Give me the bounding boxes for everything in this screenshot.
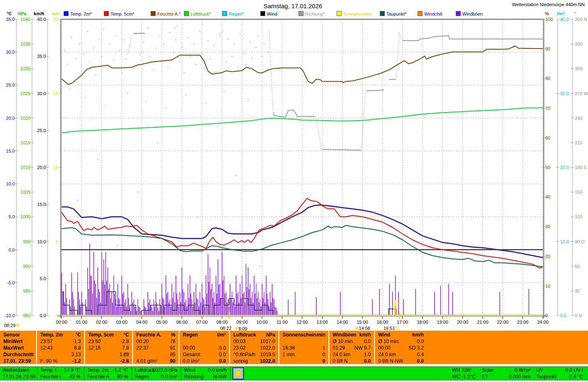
wind-direction-dot [69, 89, 70, 89]
wind-direction-dot [119, 50, 120, 51]
stats-row: 0 [279, 358, 328, 364]
wind-direction-dot [71, 37, 72, 38]
wind-direction-dot [123, 39, 124, 40]
stats-cell-label: 22:37 [136, 345, 149, 351]
axis-tick-label-lm2: 40.0 [560, 17, 569, 22]
axis-tick-label-hpa: 1030 [21, 66, 30, 71]
stats-cell-label: Luftdruck [233, 332, 256, 338]
wind-direction-dot [184, 72, 184, 73]
wind-direction-dot [264, 43, 264, 44]
sun-down-arrow-icon: ▼ [355, 326, 359, 331]
axis-tick-label-hpa: 1035 [21, 41, 30, 46]
live-row: Taupunkt-2.6 °C [534, 373, 586, 380]
axis-tick-label-lm2: 20.0 [560, 165, 569, 170]
axis-tick-label-hpa: 1040 [21, 17, 30, 22]
stats-row: Regenl/m² [179, 332, 229, 338]
stats-cell-value: 7.8 [122, 345, 129, 351]
stats-row: Feuchte A.% [133, 332, 179, 338]
live-row: 17.01.26 23:59 [0, 373, 37, 380]
axis-tick-label-pct: 90 [545, 46, 550, 51]
axis-tick-label-min: 10 [53, 165, 58, 170]
stats-row: ^0.6hPa/h1019.5 [230, 351, 278, 358]
live-row: Wetterdaten [0, 367, 37, 373]
live-value: N-NW [213, 373, 227, 380]
stats-row: Windkm/h [375, 332, 427, 338]
axis-tick-label-pct: 10 [545, 284, 550, 288]
stats-row: sonnig1022.0 [230, 358, 278, 364]
stats-row: Sensor [0, 332, 36, 338]
live-value: -1.2 °C [113, 367, 128, 373]
wind-direction-dot [243, 53, 244, 54]
stats-cell-value: -2.8 [120, 358, 129, 364]
stats-cell-value: hPa [266, 332, 275, 338]
stats-cell-label: 23:57 [40, 338, 53, 345]
wind-direction-dot [214, 45, 214, 46]
annotation-time-text: 16:51 [384, 326, 395, 331]
wind-direction-dot [139, 53, 140, 54]
stats-row: MaxWert [0, 345, 36, 351]
live-label: 17.01.26 23:59 [2, 373, 35, 380]
wind-direction-dotted-trail [269, 32, 273, 112]
live-cell-temp-2m: Temp. 2m-1.2 °CFeuchte A.90 % [85, 367, 132, 380]
live-cell-luftdruck: Luftdruck1022.0 hPaRegen0.0 l/m² [132, 367, 181, 380]
wind-direction-dot [168, 66, 168, 67]
wind-direction-dot [222, 52, 223, 53]
stats-cell-value: 1019.5 [260, 351, 275, 358]
stats-cell-value: 91 [170, 345, 175, 351]
stats-cell-label: 16:38 [283, 345, 295, 351]
sun-time-annotation: 08:29☀ [4, 323, 20, 328]
wind-direction-dot [234, 43, 234, 44]
stats-cell-label: Sensor [3, 332, 20, 338]
live-row: Feuchte A.90 % [85, 373, 131, 380]
live-cell-temp-i-: Temp. I.17.9 °CFeuchte I.43 % [38, 367, 85, 380]
x-axis-label: 16:00 [377, 320, 388, 325]
stats-row: 12:157.8 [85, 345, 132, 351]
live-data-bar: Wetterdaten17.01.26 23:59Temp. I.17.9 °C… [0, 366, 588, 380]
stats-cell-label: Wind [378, 332, 390, 338]
axis-tick-label-kmh: 5.0 [40, 276, 46, 281]
axis-tick-label-lm2: 0.0 [560, 313, 566, 318]
stats-cell-value: 90 [170, 358, 175, 364]
wind-direction-dot [67, 64, 68, 65]
wind-direction-dotted-trail [128, 35, 132, 54]
stats-cell-value: 1 [322, 345, 325, 351]
wind-direction-dot [75, 58, 76, 59]
stats-cell-value: 1.0 [364, 351, 371, 358]
stats-group-windb-en: Windböenkm/hØ 10 min.0.001:29NW 9.724.0 … [328, 331, 374, 364]
wind-direction-dot [179, 62, 180, 62]
stats-cell-label: F: 90 % [40, 358, 57, 364]
axis-tick-label-pct: 20 [545, 254, 550, 259]
wind-direction-dot [87, 31, 88, 32]
live-row: UV0.0 UV-I [534, 367, 586, 373]
x-axis-label: 10:00 [257, 320, 268, 325]
wind-direction-dot [145, 101, 146, 102]
wind-direction-dot [89, 62, 90, 62]
wind-direction-dot [99, 39, 100, 40]
stats-row: 0 Bft N-NW0.0 [375, 358, 427, 364]
sun-below-horizon-icon [395, 326, 399, 330]
wind-direction-dot [133, 68, 134, 69]
wind-direction-dot [225, 62, 226, 62]
stats-row: MinWert [0, 338, 36, 345]
live-label: Temp. 2m [87, 367, 109, 373]
stats-cell-label: sonnig [233, 358, 248, 364]
wind-direction-dot [248, 100, 248, 101]
weather-chart-plot[interactable]: 35.030.025.020.015.010.05.00.0-5.0-10.01… [0, 0, 588, 331]
stats-cell-label: 12:43 [40, 345, 53, 351]
wind-direction-dot [209, 58, 210, 59]
axis-tick-label-kmh: 20.0 [37, 165, 46, 170]
live-row: Luftdruck1022.0 hPa [132, 367, 181, 373]
axis-tick-label-lm2: 10.0 [560, 239, 569, 244]
stats-cell-label: Feuchte A. [136, 332, 161, 338]
wind-direction-dot [190, 56, 191, 57]
x-axis-label: 11:00 [277, 320, 288, 325]
live-label: WR 336° [452, 367, 472, 373]
wind-direction-dot [147, 27, 148, 28]
axis-tick-label-deg: 90 O [575, 239, 585, 244]
axis-tick-label-hpa: 1020 [21, 116, 30, 121]
x-axis-label: 08:00 [216, 320, 228, 325]
stats-cell-value: 0 [322, 351, 325, 358]
wind-direction-dot [175, 39, 176, 40]
stats-cell-label: 01:29 [333, 345, 345, 351]
x-axis-label: 12:00 [296, 320, 308, 325]
